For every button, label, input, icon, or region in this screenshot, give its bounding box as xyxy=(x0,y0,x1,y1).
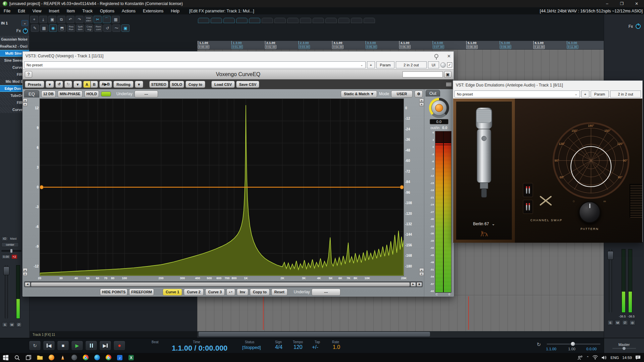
chrome-icon[interactable] xyxy=(80,353,91,362)
minimize-button[interactable]: – xyxy=(600,0,614,7)
hamburger-menu-icon[interactable] xyxy=(446,83,451,86)
close-button[interactable]: ✕ xyxy=(629,0,644,7)
routing-button[interactable]: Routing xyxy=(113,81,133,88)
wet-dry-knob[interactable] xyxy=(440,62,446,68)
curveeq-preset-combo[interactable]: No preset ⌄ xyxy=(24,61,366,68)
playrate-value[interactable]: 1.0 xyxy=(333,344,340,350)
snap-toggle-button[interactable]: ◉ xyxy=(49,24,57,32)
search-icon[interactable] xyxy=(11,353,23,362)
master-pan-slider[interactable] xyxy=(612,348,636,349)
maximize-button[interactable]: ❐ xyxy=(614,0,629,7)
go-to-end-button[interactable]: ▶ xyxy=(99,341,111,351)
insert-silence-button[interactable]: Inse silen xyxy=(85,16,93,23)
excel-icon[interactable]: X xyxy=(125,353,137,362)
hold-button[interactable]: HOLD xyxy=(85,90,99,98)
pan-slider[interactable] xyxy=(1,250,21,252)
underlay-selector[interactable]: --- xyxy=(135,90,158,98)
io-routing-button[interactable]: 2 in 2 out xyxy=(396,61,427,68)
help-button[interactable]: ? xyxy=(25,71,32,78)
input-dropdown-button[interactable]: ⌄ xyxy=(21,20,28,26)
param-button[interactable]: Param xyxy=(376,61,394,68)
bypass-checkbox[interactable]: ✓ xyxy=(447,62,452,67)
track-volume-fader[interactable] xyxy=(5,265,8,319)
menu-item[interactable]: View xyxy=(29,9,45,13)
master-fx-power-icon[interactable] xyxy=(636,24,641,29)
timeline-ruler[interactable]: 1.1.00 0:00.00 1.3.00 0:01.00 2.1.00 0:0… xyxy=(197,41,604,50)
scale-up-icon[interactable]: ▲ xyxy=(419,268,424,272)
scroll-right-icon[interactable]: ▶ xyxy=(411,282,416,287)
min-phase-button[interactable]: MIN-PHASE xyxy=(58,90,83,98)
tempo-value[interactable]: 120 xyxy=(293,344,303,350)
edge-browser-icon[interactable] xyxy=(91,353,103,362)
menu-item[interactable]: Edit xyxy=(14,9,29,13)
fx-chain-item[interactable]: ReaRack2 - Osci xyxy=(0,43,29,50)
window-mode-button[interactable]: ▣ xyxy=(444,71,451,78)
scale-up-icon[interactable]: ▲ xyxy=(23,99,28,102)
hidden-icons-chevron[interactable]: ⌃ xyxy=(586,356,589,359)
menu-item[interactable]: Track xyxy=(78,9,96,13)
firefox-icon[interactable] xyxy=(46,353,57,362)
freeform-button[interactable]: FREEFORM xyxy=(129,289,154,296)
edge-window-titlebar[interactable]: VST: Edge Duo Emulations (Antelope Audio… xyxy=(453,81,642,89)
input-switch-1[interactable] xyxy=(523,183,533,197)
mixer-button[interactable]: ▣ xyxy=(121,24,129,32)
vlc-icon[interactable] xyxy=(57,353,68,362)
eq-spectrum-graph[interactable] xyxy=(40,99,404,276)
mute-button[interactable]: M xyxy=(9,322,15,327)
copy-to-button-bottom[interactable]: Copy to xyxy=(250,289,270,296)
remove-content-button[interactable]: Rem cont xyxy=(94,24,102,32)
static-match-selector[interactable]: Static & Match ▼ xyxy=(341,90,377,98)
curve-spinner[interactable]: ▲▼ xyxy=(226,289,235,296)
menu-item[interactable]: Actions xyxy=(118,9,139,13)
tap-tempo-button[interactable]: +/- xyxy=(312,344,318,350)
scale-down-icon[interactable]: ▼ xyxy=(23,103,28,106)
mode-value-button[interactable]: USER xyxy=(391,90,413,98)
project-settings-button[interactable]: ⧉ xyxy=(57,16,65,23)
preset-add-button[interactable]: + xyxy=(367,61,375,68)
add-item-button[interactable]: + xyxy=(30,16,38,23)
master-mute-button[interactable]: M xyxy=(615,320,621,325)
media-app-icon[interactable]: ♪ xyxy=(114,353,125,362)
menu-item[interactable]: Extensions xyxy=(139,9,167,13)
playback-position[interactable]: 1.1.00 / 0:00.000 xyxy=(172,344,227,353)
solo-button[interactable]: S xyxy=(2,322,8,327)
gear-icon[interactable]: ⚙ xyxy=(415,90,423,98)
record-button[interactable]: ● xyxy=(113,341,125,351)
mic-model-value[interactable]: Berlin 67 xyxy=(473,222,489,226)
invert-button[interactable]: Inv xyxy=(237,289,248,296)
history-dropdown-icon[interactable]: ▼ xyxy=(73,81,82,88)
eq-point-right[interactable] xyxy=(400,185,404,189)
reset-button[interactable]: Reset xyxy=(271,289,287,296)
create-region-button[interactable]: Crea regi xyxy=(85,24,93,32)
hscrollbar-handle[interactable] xyxy=(199,332,430,337)
file-explorer-icon[interactable] xyxy=(34,353,46,362)
scale-down-icon[interactable]: ▼ xyxy=(419,272,424,276)
eq-point-left[interactable] xyxy=(40,185,43,189)
solo-button-plugin[interactable]: SOLO xyxy=(170,81,184,88)
io-button[interactable]: IO xyxy=(1,236,8,241)
master-stereo-button[interactable]: ◎ xyxy=(630,320,635,325)
load-csv-button[interactable]: Load CSV xyxy=(211,81,235,88)
routing-dropdown-icon[interactable]: ▼ xyxy=(135,81,143,88)
menu-item[interactable]: Item xyxy=(63,9,78,13)
import-media-button[interactable]: ⤓ xyxy=(39,16,47,23)
time-signature[interactable]: 4/4 xyxy=(275,344,282,350)
master-solo-button[interactable]: S xyxy=(607,320,613,325)
fx-power-icon[interactable] xyxy=(23,28,28,34)
dock-pin-icon[interactable] xyxy=(434,54,438,58)
curveeq-close-icon[interactable]: ✕ xyxy=(447,54,451,59)
browser-profile-icon[interactable] xyxy=(103,353,114,362)
utility-app-icon[interactable] xyxy=(68,353,80,362)
redo-icon[interactable]: ↻ xyxy=(64,81,72,88)
menu-item[interactable]: File xyxy=(0,9,14,13)
fx-chain-item[interactable]: Gaussian Noise xyxy=(0,36,29,43)
clip-label[interactable]: C xyxy=(436,293,438,296)
hide-points-button[interactable]: HIDE POINTS xyxy=(100,289,127,296)
stop-button[interactable]: ■ xyxy=(57,341,69,351)
envelope-button[interactable]: 〜 xyxy=(112,24,120,32)
edge-preset-add-button[interactable]: + xyxy=(581,90,589,98)
phase-button[interactable]: ∅ xyxy=(16,322,22,327)
task-view-button[interactable] xyxy=(23,353,34,362)
speaker-icon[interactable] xyxy=(601,355,607,360)
undo-button[interactable]: ↶ xyxy=(66,16,74,23)
